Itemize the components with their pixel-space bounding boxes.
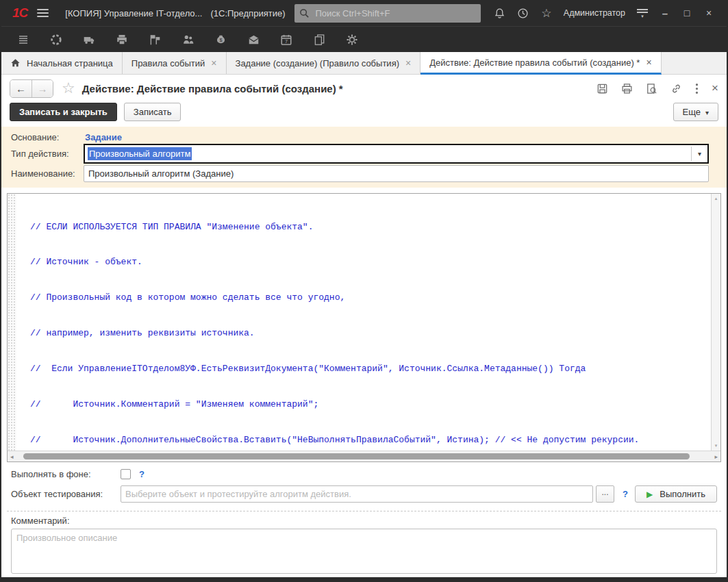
run-button[interactable]: ▶ Выполнить [635,485,717,503]
close-window-button[interactable]: × [698,8,720,18]
mail-icon[interactable] [237,29,270,50]
notifications-bell-icon[interactable] [488,8,512,19]
search-icon [299,8,310,18]
save-button[interactable]: Записать [124,103,181,121]
main-hamburger-icon[interactable] [37,9,49,17]
maximize-button[interactable]: □ [676,8,698,18]
name-label: Наименование: [11,168,84,179]
money-bag-icon[interactable]: $ [204,29,237,50]
close-form-icon[interactable]: × [712,81,718,95]
code-line: // Произвольный код в котором можно сдел… [30,292,710,303]
truck-icon[interactable] [73,29,105,50]
help-question-icon[interactable]: ? [139,469,145,479]
tab-task-creation[interactable]: Задание (создание) (Правило события) × [227,52,421,74]
crosshair-target-icon[interactable] [40,29,73,50]
test-object-row: Объект тестирования: ... ? ▶ Выполнить [1,479,727,503]
app-suffix: (1С:Предприятие) [210,8,285,18]
users-icon[interactable] [171,29,204,50]
horizontal-scrollbar[interactable]: ◂ ▸ [8,451,720,461]
scroll-up-icon[interactable]: ▴ [715,196,718,201]
editor-gutter [8,194,16,451]
back-button[interactable]: ← [10,80,32,97]
save-and-close-button[interactable]: Записать и закрыть [10,103,117,121]
code-line: // ЕСЛИ ИСПОЛЬЗУЕТСЯ ТИП ПРАВИЛА "Измене… [30,221,710,233]
tab-close-icon[interactable]: × [646,57,651,68]
favorite-star-icon[interactable]: ☆ [62,79,75,97]
scroll-left-icon[interactable]: ◂ [10,453,14,460]
printer-icon[interactable] [105,29,138,50]
algorithm-code-editor: // ЕСЛИ ИСПОЛЬЗУЕТСЯ ТИП ПРАВИЛА "Измене… [7,193,721,462]
code-line: // Если УправлениеITОтделом8УФ.ЕстьРекви… [30,363,710,375]
choose-object-ellipsis-button[interactable]: ... [596,485,614,503]
help-question-icon[interactable]: ? [623,489,628,499]
comment-textarea[interactable] [11,529,717,574]
name-row: Наименование: [11,165,709,182]
more-options-icon[interactable] [695,83,699,94]
play-icon: ▶ [647,490,653,499]
basis-link[interactable]: Задание [85,132,122,142]
test-object-label: Объект тестирования: [11,489,121,499]
header-fields-panel: Основание: Задание Тип действия: Произво… [1,127,727,188]
code-line: // Источник.ДополнительныеСвойства.Встав… [30,434,710,446]
global-search[interactable] [294,4,481,23]
current-user[interactable]: Администратор [564,8,625,18]
tab-action-creation-active[interactable]: Действие: Действие правила событий (созд… [421,52,661,75]
comment-section: Комментарий: [1,511,727,574]
tab-home[interactable]: Начальная страница [1,52,123,74]
action-form: ← → ☆ Действие: Действие правила событий… [1,75,727,577]
basis-row: Основание: Задание [11,132,709,142]
more-button[interactable]: Еще▾ [673,103,718,121]
sections-toolbar: $ 7 [1,26,727,52]
favorites-star-icon[interactable]: ☆ [535,6,558,21]
tab-label: Правила событий [131,58,205,68]
scroll-right-icon[interactable]: ▸ [714,453,718,460]
action-type-combobox[interactable]: Произвольный алгоритм ▾ [84,144,709,164]
minimize-button[interactable]: – [654,8,676,19]
combobox-dropdown-icon[interactable]: ▾ [691,147,707,161]
calendar-icon[interactable]: 7 [270,29,303,50]
preview-icon[interactable] [646,83,657,94]
open-tabs-bar: Начальная страница Правила событий × Зад… [1,52,727,75]
code-line: // Источник.Комментарий = "Изменяем комм… [30,398,710,410]
titlebar: 1С [КОПИЯ] Управление IT-отдело... (1С:П… [1,0,727,26]
basis-label: Основание: [11,132,84,142]
code-text-area[interactable]: // ЕСЛИ ИСПОЛЬЗУЕТСЯ ТИП ПРАВИЛА "Измене… [16,194,711,451]
history-icon[interactable] [512,8,535,19]
action-type-value: Произвольный алгоритм [88,147,192,160]
forward-button[interactable]: → [32,80,53,97]
tab-event-rules[interactable]: Правила событий × [123,52,227,74]
test-object-input[interactable] [121,485,593,503]
vertical-scrollbar[interactable]: ▴ ▾ [711,194,720,451]
code-line: // например, изменить реквизиты источник… [30,327,710,339]
1c-logo: 1С [12,5,27,21]
tab-label: Задание (создание) (Правило события) [236,58,399,68]
main-menu-icon[interactable]: ▾ [631,9,654,18]
window-bottom-edge [1,577,727,582]
documents-stack-icon[interactable] [303,29,336,50]
save-icon[interactable] [597,83,608,94]
run-in-background-checkbox[interactable] [121,469,131,479]
menu-lines-icon[interactable] [7,29,40,50]
page-title: Действие: Действие правила событий (созд… [82,83,343,94]
scrollbar-thumb[interactable] [23,453,690,459]
tab-label: Действие: Действие правила событий (созд… [429,58,640,68]
action-type-label: Тип действия: [11,149,84,159]
svg-text:7: 7 [285,38,288,45]
comment-label: Комментарий: [11,516,717,526]
tab-close-icon[interactable]: × [405,58,411,68]
form-header: ← → ☆ Действие: Действие правила событий… [1,75,727,102]
tab-label: Начальная страница [27,58,113,68]
code-line: // Источник - объект. [30,256,710,268]
scroll-down-icon[interactable]: ▾ [715,443,718,448]
global-search-input[interactable] [314,8,476,19]
action-type-row: Тип действия: Произвольный алгоритм ▾ [11,144,709,164]
print-icon[interactable] [621,83,633,94]
name-input[interactable] [84,165,709,182]
home-icon [10,58,21,68]
gear-icon[interactable] [336,29,368,50]
dropdown-caret-icon: ▾ [705,109,709,116]
flags-icon[interactable] [138,29,171,50]
app-title: [КОПИЯ] Управление IT-отдело... [65,8,202,18]
link-icon[interactable] [670,83,682,94]
tab-close-icon[interactable]: × [211,58,216,68]
